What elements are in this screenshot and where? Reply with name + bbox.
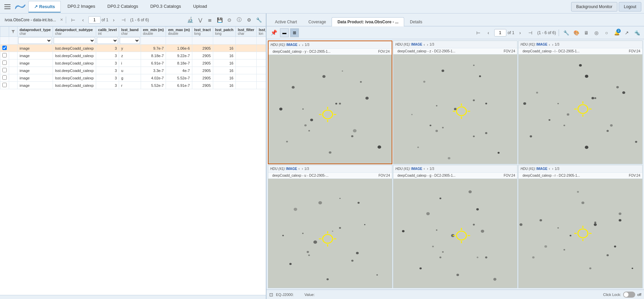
cell-prev-button[interactable]: ‹ (423, 43, 426, 47)
cell-lsst-patch: 16 (213, 45, 235, 52)
filter-calib-level[interactable] (97, 37, 118, 44)
svg-point-86 (351, 259, 354, 261)
horizontal-scrollbar[interactable] (0, 295, 266, 299)
nav-tab-dp03catalogs[interactable]: DP0.3 Catalogs (145, 1, 186, 12)
close-tab-button[interactable]: ✕ (60, 18, 63, 22)
cell-em-min: 5.52e-7 (141, 82, 166, 89)
logout-button[interactable]: Logout (619, 2, 641, 11)
row-checkbox[interactable] (2, 53, 7, 57)
table-row[interactable]: image lsst.deepCoadd_calexp 3 u 3.3e-7 4… (0, 67, 266, 74)
image-cell-header: HDU (#1): IMAGE ‹ › 1/3 (393, 41, 517, 48)
image-cell[interactable]: HDU (#1): IMAGE ‹ › 1/3 deepCoadd_calexp… (268, 41, 392, 164)
filter-icon-button[interactable]: ⋁ (196, 16, 204, 24)
circle-icon-button[interactable]: ⊙ (225, 16, 234, 24)
circle-draw-button[interactable]: ○ (602, 28, 611, 37)
next-page-button[interactable]: › (109, 16, 118, 24)
color-stretch-button[interactable]: 🎨 (572, 28, 581, 37)
table-row[interactable]: image lsst.deepCoadd_calexp 3 r 5.52e-7 … (0, 82, 266, 89)
nav-tab-results[interactable]: ↗Results (28, 1, 61, 13)
cell-prev-button[interactable]: ‹ (423, 167, 426, 171)
first-page-button[interactable]: ⊢ (69, 16, 78, 24)
image-cell[interactable]: HDU (#1): IMAGE ‹ › 1/3 deepCoadd_calexp… (268, 165, 392, 289)
row-checkbox[interactable] (2, 60, 7, 65)
image-cell[interactable]: HDU (#1): IMAGE ‹ › 1/3 deepCoadd_calexp… (393, 165, 517, 289)
col-header-em-max[interactable]: em_max (m)double (166, 27, 192, 37)
row-checkbox[interactable] (2, 75, 7, 80)
grid-view-button[interactable]: ⊞ (290, 28, 299, 37)
col-header-lsst-more[interactable]: lsst_...lon (256, 27, 266, 37)
right-page-input[interactable] (494, 29, 506, 36)
cell-page: 1/3 (304, 167, 309, 171)
tab-data-product[interactable]: Data Product: ivoa.ObsCore - ... (332, 17, 404, 26)
svg-point-10 (323, 75, 326, 78)
col-header-lsst-filter[interactable]: lsst_filterchar (235, 27, 256, 37)
right-first-page-button[interactable]: ⊢ (474, 28, 483, 37)
more-tools-button[interactable]: 🔩 (633, 28, 641, 37)
right-last-button[interactable]: ⊣ (526, 28, 535, 37)
click-lock-toggle[interactable] (623, 292, 635, 298)
col-header-lsst-tract[interactable]: lsst_tractlong (192, 27, 213, 37)
table-row[interactable]: image lsst.deepCoadd_calexp 3 y 9.7e-7 1… (0, 45, 266, 52)
hamburger-menu-button[interactable] (3, 2, 12, 11)
prev-page-button[interactable]: ‹ (79, 16, 87, 24)
cell-prev-button[interactable]: ‹ (548, 167, 551, 171)
image-cell[interactable]: HDU (#1): IMAGE ‹ › 1/3 deepCoadd_calexp… (518, 41, 643, 164)
list-view-button[interactable]: ▬ (280, 28, 289, 37)
tab-coverage[interactable]: Coverage (303, 17, 332, 26)
tab-active-chart[interactable]: Active Chart (269, 17, 303, 26)
target-button[interactable]: ◎ (592, 28, 601, 37)
table-row[interactable]: image lsst.deepCoadd_calexp 3 z 8.18e-7 … (0, 52, 266, 59)
col-header-dataproduct-type[interactable]: dataproduct_typechar (18, 27, 53, 37)
microscope-icon-button[interactable]: 🔬 (186, 16, 195, 24)
notification-button[interactable]: 🔔 2 (612, 28, 621, 37)
row-checkbox[interactable] (2, 68, 7, 72)
image-cell[interactable]: HDU (#1): IMAGE ‹ › 1/3 deepCoadd_calexp… (393, 41, 517, 164)
nav-tab-dp02catalogs[interactable]: DP0.2 Catalogs (102, 1, 143, 12)
cell-next-button[interactable]: › (301, 43, 304, 47)
cell-prev-button[interactable]: ‹ (298, 43, 301, 47)
background-monitor-button[interactable]: Background Monitor (571, 2, 617, 11)
right-next-button[interactable]: › (516, 28, 525, 37)
cell-next-button[interactable]: › (301, 167, 304, 171)
tab-details[interactable]: Details (404, 17, 428, 26)
cell-next-button[interactable]: › (551, 167, 554, 171)
cell-prev-button[interactable]: ‹ (548, 43, 551, 47)
row-checkbox[interactable] (2, 83, 7, 87)
save-button[interactable]: 💾 (215, 16, 224, 24)
cell-next-button[interactable]: › (426, 167, 429, 171)
col-header-lsst-patch[interactable]: lsst_patchlong (213, 27, 235, 37)
table-row[interactable]: image lsst.deepCoadd_calexp 3 i 6.91e-7 … (0, 59, 266, 67)
settings-button[interactable]: ⚙ (245, 16, 253, 24)
filter-dataproduct-subtype[interactable] (54, 37, 95, 44)
page-number-input[interactable] (88, 16, 101, 24)
cell-prev-button[interactable]: ‹ (298, 167, 301, 171)
cell-next-button[interactable]: › (426, 43, 429, 47)
col-header-calib-level[interactable]: calib_levelint (96, 27, 119, 37)
image-cell[interactable]: HDU (#1): IMAGE ‹ › 1/3 deepCoadd_calexp… (518, 165, 643, 289)
col-header-dataproduct-subtype[interactable]: dataproduct_subtypechar (53, 27, 96, 37)
svg-rect-70 (268, 179, 392, 288)
nav-tab-upload[interactable]: Upload (188, 1, 212, 12)
image-canvas (269, 55, 392, 164)
column-settings-button[interactable]: ≣ (205, 16, 214, 24)
cell-next-button[interactable]: › (551, 43, 554, 47)
last-page-button[interactable]: ⊣ (119, 16, 128, 24)
wrench-button[interactable]: 🔧 (254, 16, 263, 24)
filter-lsst-band[interactable] (120, 37, 140, 44)
pin-button[interactable]: 📌 (269, 28, 279, 38)
info-button[interactable]: ⓘ (235, 16, 244, 24)
col-header-checkbox (0, 27, 9, 37)
col-header-lsst-band[interactable]: lsst_bandchar (119, 27, 141, 37)
cell-lsst-patch: 16 (213, 59, 235, 67)
nav-tab-dp02images[interactable]: DP0.2 Images (62, 1, 101, 12)
svg-point-62 (563, 125, 565, 126)
open-external-button[interactable]: ⊡ (269, 292, 273, 297)
table-row[interactable]: image lsst.deepCoadd_calexp 3 g 4.02e-7 … (0, 74, 266, 82)
filter-dataproduct-type[interactable] (18, 37, 52, 44)
row-checkbox[interactable] (2, 46, 7, 50)
tools-button[interactable]: 🔧 (562, 28, 570, 37)
layers-button[interactable]: 🖥 (582, 28, 591, 37)
col-header-em-min[interactable]: em_min (m)double (141, 27, 166, 37)
right-prev-button[interactable]: ‹ (484, 28, 493, 37)
share-button[interactable]: ↗ (622, 28, 631, 37)
